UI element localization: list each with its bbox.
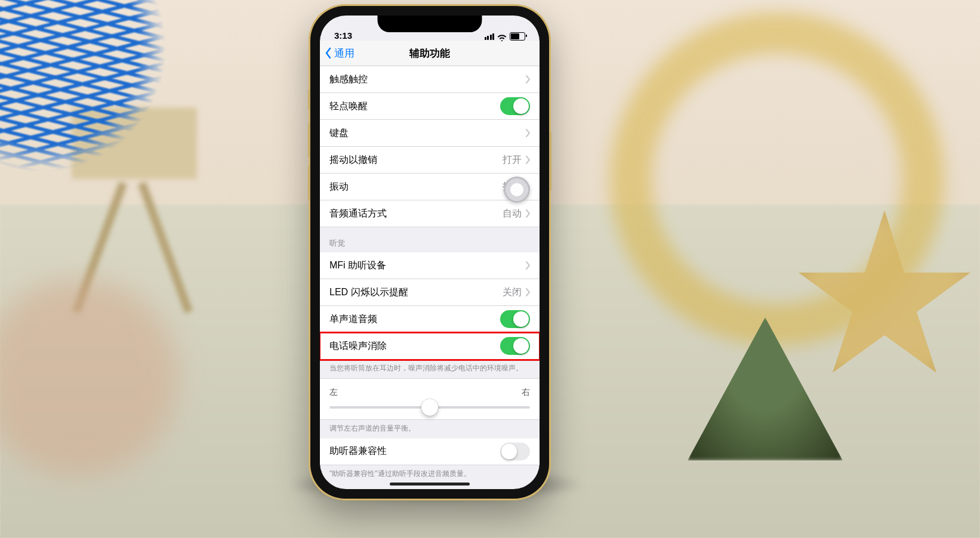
switch-hearing-aid-compat[interactable] xyxy=(500,443,530,460)
cell-hearing-aid-compat[interactable]: 助听器兼容性 xyxy=(320,438,540,465)
cell-label: LED 闪烁以示提醒 xyxy=(329,286,408,299)
cell-label: 单声道音频 xyxy=(329,313,377,326)
cell-label: 音频通话方式 xyxy=(329,208,387,220)
chevron-right-icon xyxy=(525,75,530,84)
cell-value: 自动 xyxy=(503,208,522,220)
battery-icon xyxy=(510,32,525,41)
cell-value: 打开 xyxy=(503,154,522,166)
assistive-touch-button[interactable] xyxy=(504,177,530,203)
footer-balance: 调节左右声道的音量平衡。 xyxy=(320,420,540,438)
cell-label: MFi 助听设备 xyxy=(329,259,386,272)
cell-mono-audio[interactable]: 单声道音频 xyxy=(320,306,540,333)
cell-led-flash[interactable]: LED 闪烁以示提醒 关闭 xyxy=(320,279,540,306)
balance-slider[interactable] xyxy=(329,406,530,409)
cell-label: 轻点唤醒 xyxy=(329,100,368,113)
chevron-left-icon xyxy=(325,47,332,59)
mute-switch xyxy=(308,89,310,110)
side-button xyxy=(549,131,551,191)
balance-right-label: 右 xyxy=(522,387,530,398)
cell-value: 关闭 xyxy=(503,286,522,299)
volume-up-button xyxy=(308,123,310,157)
cell-label: 振动 xyxy=(329,181,349,193)
chevron-right-icon xyxy=(525,288,530,296)
footer-noise-cancel: 当您将听筒放在耳边时，噪声消除将减少电话中的环境噪声。 xyxy=(320,360,540,378)
cell-label: 助听器兼容性 xyxy=(329,445,387,457)
home-indicator[interactable] xyxy=(390,483,470,486)
cellular-icon xyxy=(485,33,495,40)
balance-left-label: 左 xyxy=(329,387,338,398)
back-label: 通用 xyxy=(334,47,355,60)
switch-tap-to-wake[interactable] xyxy=(500,97,530,115)
group-header-hearing: 听觉 xyxy=(320,227,540,252)
cell-keyboard[interactable]: 键盘 xyxy=(320,120,540,147)
cell-label: 电话噪声消除 xyxy=(329,340,387,353)
wifi-icon xyxy=(497,33,507,40)
display-notch xyxy=(378,16,482,32)
settings-list[interactable]: 触感触控 轻点唤醒 键盘 摇动以撤销 打开 振动 打开 xyxy=(320,66,540,489)
switch-mono-audio[interactable] xyxy=(500,310,530,328)
switch-phone-noise-cancel[interactable] xyxy=(500,337,530,355)
nav-bar: 通用 辅助功能 xyxy=(320,41,540,66)
chevron-right-icon xyxy=(525,156,530,164)
page-title: 辅助功能 xyxy=(409,47,450,60)
cell-label: 触感触控 xyxy=(329,73,368,86)
cell-tap-to-wake[interactable]: 轻点唤醒 xyxy=(320,93,540,120)
cell-phone-noise-cancel[interactable]: 电话噪声消除 xyxy=(320,333,540,360)
iphone-device: 3:13 通用 辅助功能 触感触控 xyxy=(310,6,549,499)
cell-shake-undo[interactable]: 摇动以撤销 打开 xyxy=(320,147,540,174)
cell-call-audio-routing[interactable]: 音频通话方式 自动 xyxy=(320,200,540,227)
chevron-right-icon xyxy=(525,129,530,137)
phone-screen: 3:13 通用 辅助功能 触感触控 xyxy=(320,16,540,489)
footer-hearing-aid: "助听器兼容性"通过助听手段改进音频质量。 xyxy=(320,465,540,484)
slider-knob[interactable] xyxy=(421,399,438,416)
photo-blue-burst xyxy=(0,0,167,173)
cell-label: 键盘 xyxy=(329,127,349,140)
volume-down-button xyxy=(308,166,310,200)
back-button[interactable]: 通用 xyxy=(325,47,355,60)
cell-label: 摇动以撤销 xyxy=(329,154,377,166)
balance-slider-row: 左 右 xyxy=(320,378,540,420)
cell-haptic-touch[interactable]: 触感触控 xyxy=(320,66,540,93)
chevron-right-icon xyxy=(525,209,530,218)
cell-mfi-hearing[interactable]: MFi 助听设备 xyxy=(320,252,540,279)
chevron-right-icon xyxy=(525,261,530,270)
photo-hand-blur xyxy=(0,276,215,502)
status-time: 3:13 xyxy=(334,30,352,41)
